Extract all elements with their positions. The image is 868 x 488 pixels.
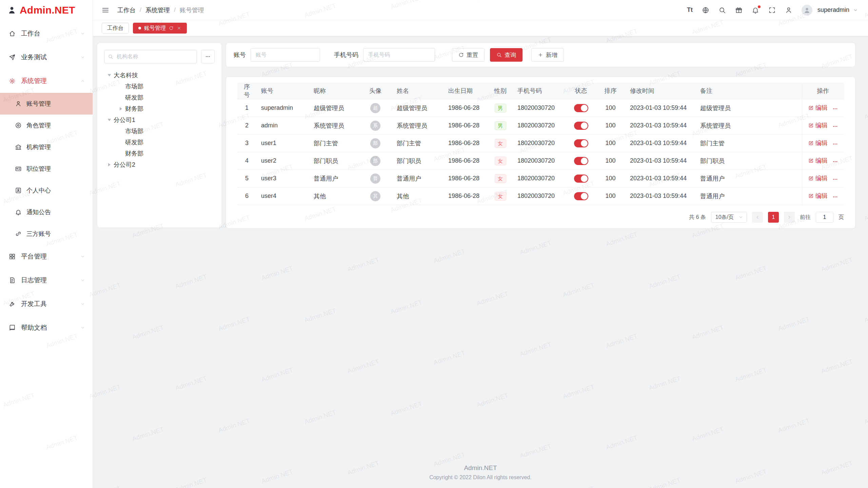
cell-avatar: 普 bbox=[359, 170, 392, 187]
avatar: 超 bbox=[370, 103, 380, 113]
gift-icon[interactable] bbox=[735, 6, 743, 14]
avatar[interactable] bbox=[802, 5, 812, 16]
language-globe-icon[interactable] bbox=[702, 6, 709, 14]
bell-icon[interactable] bbox=[752, 6, 759, 14]
sidebar-item-system-mgmt[interactable]: 系统管理 bbox=[0, 69, 93, 93]
caret-down-icon[interactable] bbox=[108, 119, 111, 121]
cell-account: user1 bbox=[256, 135, 309, 152]
sidebar-item-log-mgmt[interactable]: 日志管理 bbox=[0, 268, 93, 292]
page-number-button[interactable]: 1 bbox=[768, 212, 779, 223]
org-more-button[interactable] bbox=[201, 50, 215, 63]
more-actions-button[interactable] bbox=[832, 106, 838, 111]
breadcrumb: 工作台 / 系统管理 / 账号管理 bbox=[117, 6, 204, 14]
footer-copyright: Copyright © 2022 Dilon All rights reserv… bbox=[93, 474, 868, 481]
chevron-down-icon bbox=[738, 215, 743, 220]
tree-node-label: 分公司1 bbox=[114, 116, 135, 124]
more-icon bbox=[832, 194, 838, 200]
sidebar-item-platform-mgmt[interactable]: 平台管理 bbox=[0, 245, 93, 268]
cell-birthday: 1986-06-28 bbox=[443, 135, 488, 152]
tree-node-label: 研发部 bbox=[125, 138, 143, 146]
sidebar-item-workbench[interactable]: 工作台 bbox=[0, 22, 93, 45]
edit-button[interactable]: 编辑 bbox=[808, 157, 828, 165]
sidebar-item-profile-center[interactable]: 个人中心 bbox=[0, 180, 93, 201]
sidebar-item-thirdparty-account[interactable]: 三方账号 bbox=[0, 223, 93, 245]
reset-button[interactable]: 重置 bbox=[452, 48, 485, 62]
sidebar-item-position-mgmt[interactable]: 职位管理 bbox=[0, 158, 93, 180]
status-toggle[interactable] bbox=[574, 192, 588, 200]
sidebar-item-label: 业务测试 bbox=[21, 53, 47, 62]
more-actions-button[interactable] bbox=[832, 124, 838, 129]
cell-remark: 系统管理员 bbox=[695, 117, 802, 135]
edit-button[interactable]: 编辑 bbox=[808, 121, 828, 129]
tree-node[interactable]: 市场部 bbox=[104, 81, 215, 92]
caret-right-icon[interactable] bbox=[108, 163, 111, 166]
tree-node[interactable]: 研发部 bbox=[104, 137, 215, 148]
cell-nickname: 系统管理员 bbox=[309, 117, 359, 135]
sidebar-item-notice[interactable]: 通知公告 bbox=[0, 201, 93, 223]
tree-node[interactable]: 研发部 bbox=[104, 92, 215, 103]
cell-avatar: 系 bbox=[359, 117, 392, 135]
hamburger-menu-icon[interactable] bbox=[102, 6, 109, 14]
page-size-value: 10条/页 bbox=[715, 214, 734, 221]
logo[interactable]: Admin.NET bbox=[0, 0, 93, 20]
cell-gender: 女 bbox=[488, 152, 513, 170]
tree-node[interactable]: 财务部 bbox=[104, 148, 215, 159]
edit-button[interactable]: 编辑 bbox=[808, 104, 828, 112]
more-actions-button[interactable] bbox=[832, 159, 838, 164]
status-toggle[interactable] bbox=[574, 104, 588, 112]
more-actions-button[interactable] bbox=[832, 141, 838, 147]
refresh-icon[interactable] bbox=[169, 26, 174, 30]
sidebar-item-biz-test[interactable]: 业务测试 bbox=[0, 45, 93, 69]
tab-account-mgmt[interactable]: 账号管理 bbox=[133, 23, 187, 34]
status-toggle[interactable] bbox=[574, 139, 588, 147]
col-name: 姓名 bbox=[392, 83, 443, 99]
chevron-down-icon[interactable] bbox=[853, 8, 858, 13]
org-search-input[interactable] bbox=[104, 50, 197, 63]
sidebar-item-help-docs[interactable]: 帮助文档 bbox=[0, 316, 93, 340]
prev-page-button[interactable] bbox=[752, 212, 763, 223]
breadcrumb-item[interactable]: 系统管理 bbox=[145, 6, 170, 14]
add-button[interactable]: 新增 bbox=[531, 48, 564, 62]
edit-button[interactable]: 编辑 bbox=[808, 139, 828, 147]
tabs-bar: 工作台 账号管理 bbox=[93, 20, 868, 36]
next-page-button[interactable] bbox=[784, 212, 795, 223]
search-button[interactable]: 查询 bbox=[490, 48, 522, 62]
cell-name: 部门职员 bbox=[392, 152, 443, 170]
breadcrumb-item[interactable]: 工作台 bbox=[117, 6, 136, 14]
search-label: 查询 bbox=[505, 51, 516, 59]
sidebar-item-org-mgmt[interactable]: 机构管理 bbox=[0, 136, 93, 158]
tree-node[interactable]: 分公司1 bbox=[104, 114, 215, 125]
phone-input[interactable] bbox=[363, 48, 435, 62]
sidebar-item-label: 账号管理 bbox=[26, 100, 51, 108]
more-actions-button[interactable] bbox=[832, 177, 838, 182]
sidebar-item-dev-tools[interactable]: 开发工具 bbox=[0, 292, 93, 316]
caret-right-icon[interactable] bbox=[120, 107, 122, 110]
sidebar-item-role-mgmt[interactable]: 角色管理 bbox=[0, 115, 93, 136]
tree-node[interactable]: 市场部 bbox=[104, 125, 215, 137]
status-toggle[interactable] bbox=[574, 175, 588, 183]
tree-node[interactable]: 财务部 bbox=[104, 103, 215, 114]
status-toggle[interactable] bbox=[574, 157, 588, 165]
search-icon[interactable] bbox=[718, 6, 726, 14]
tab-workbench[interactable]: 工作台 bbox=[102, 23, 129, 34]
caret-down-icon[interactable] bbox=[108, 74, 111, 76]
font-size-icon[interactable]: Tt bbox=[687, 6, 693, 14]
status-toggle[interactable] bbox=[574, 122, 588, 130]
close-icon[interactable] bbox=[177, 26, 181, 30]
tree-node[interactable]: 分公司2 bbox=[104, 159, 215, 170]
chevron-down-icon bbox=[80, 278, 85, 283]
fullscreen-icon[interactable] bbox=[768, 6, 776, 14]
edit-button[interactable]: 编辑 bbox=[808, 192, 828, 200]
col-status: 状态 bbox=[566, 83, 596, 99]
more-icon bbox=[832, 141, 838, 147]
user-icon[interactable] bbox=[785, 6, 792, 14]
more-actions-button[interactable] bbox=[832, 194, 838, 200]
account-input[interactable] bbox=[251, 48, 320, 62]
goto-page-input[interactable] bbox=[816, 212, 833, 223]
edit-button[interactable]: 编辑 bbox=[808, 174, 828, 182]
page-size-select[interactable]: 10条/页 bbox=[711, 212, 747, 223]
username[interactable]: superadmin bbox=[817, 6, 849, 14]
cell-actions: 编辑 bbox=[802, 152, 844, 170]
sidebar-item-account-mgmt[interactable]: 账号管理 bbox=[0, 93, 93, 115]
tree-node[interactable]: 大名科技 bbox=[104, 69, 215, 81]
